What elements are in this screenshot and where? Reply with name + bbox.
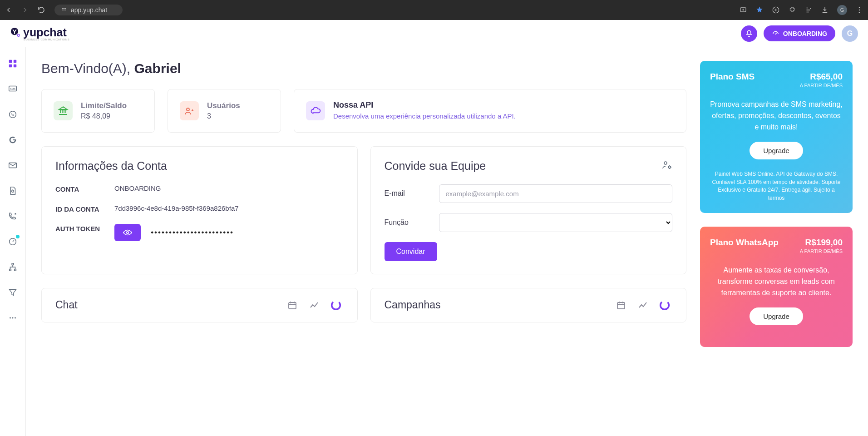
trend-button[interactable] xyxy=(635,297,651,313)
svg-rect-24 xyxy=(15,269,16,271)
invite-role-select[interactable] xyxy=(439,213,673,232)
svg-rect-3 xyxy=(64,10,66,10)
site-settings-icon[interactable] xyxy=(61,7,67,13)
trend-button[interactable] xyxy=(306,297,322,313)
svg-point-35 xyxy=(659,299,671,311)
metric-card-limit: Limite/Saldo R$ 48,09 xyxy=(41,89,155,133)
donut-button[interactable] xyxy=(328,297,344,313)
plan-sms-price: R$65,00 xyxy=(800,72,843,82)
plan-sms-price-sub: A PARTIR DE/MÊS xyxy=(800,83,843,88)
donut-icon xyxy=(658,299,671,312)
install-icon[interactable] xyxy=(739,6,747,14)
back-icon[interactable] xyxy=(5,6,13,14)
svg-rect-12 xyxy=(9,60,12,63)
plan-whatsapp-desc: Aumente as taxas de conversão, transform… xyxy=(710,265,843,298)
svg-point-8 xyxy=(859,12,860,13)
campanhas-card: Campanhas xyxy=(370,288,687,322)
svg-point-28 xyxy=(187,108,189,111)
svg-point-6 xyxy=(859,7,860,8)
new-tab-icon[interactable] xyxy=(772,6,780,14)
logo[interactable]: yupchat BUSINESS COMMUNICATIONS xyxy=(10,26,69,41)
svg-rect-19 xyxy=(9,163,17,168)
plan-sms-upgrade-button[interactable]: Upgrade xyxy=(750,142,803,159)
metric-users-value: 3 xyxy=(207,112,240,120)
logo-subtitle: BUSINESS COMMUNICATIONS xyxy=(24,38,69,41)
plan-whatsapp-card: Plano WhatsApp R$199,00 A PARTIR DE/MÊS … xyxy=(700,227,853,347)
svg-rect-1 xyxy=(62,10,64,10)
sidebar-item-documents[interactable] xyxy=(7,185,18,196)
sidebar-item-phone[interactable] xyxy=(7,211,18,222)
bookmark-star-icon[interactable] xyxy=(755,6,764,14)
svg-point-26 xyxy=(12,317,14,319)
sidebar-item-hierarchy[interactable] xyxy=(7,262,18,272)
sidebar-item-more[interactable] xyxy=(7,312,18,323)
svg-rect-23 xyxy=(10,269,11,271)
svg-point-11 xyxy=(775,34,776,35)
svg-rect-2 xyxy=(64,8,66,9)
eye-icon xyxy=(123,228,133,238)
calendar-icon xyxy=(287,300,298,311)
more-dots-icon xyxy=(8,313,18,323)
plan-whatsapp-upgrade-button[interactable]: Upgrade xyxy=(750,307,803,325)
sidebar-item-sms[interactable]: SMS xyxy=(7,84,18,94)
bell-icon xyxy=(745,30,753,38)
google-icon xyxy=(8,135,18,145)
app-header: yupchat BUSINESS COMMUNICATIONS ONBOARDI… xyxy=(0,20,868,47)
api-title: Nossa API xyxy=(333,100,516,110)
svg-point-18 xyxy=(10,111,16,118)
svg-point-33 xyxy=(330,299,341,311)
manage-team-icon[interactable] xyxy=(661,159,672,170)
url-bar[interactable]: app.yup.chat xyxy=(54,5,123,15)
sms-icon: SMS xyxy=(8,84,18,94)
plan-whatsapp-price: R$199,00 xyxy=(800,238,843,248)
menu-dots-icon[interactable] xyxy=(855,6,863,14)
svg-text:SMS: SMS xyxy=(10,88,15,90)
metric-card-api[interactable]: Nossa API Desenvolva uma experiência per… xyxy=(294,89,686,133)
sidebar-item-dashboard[interactable] xyxy=(7,58,18,69)
metric-limit-value: R$ 48,09 xyxy=(81,112,127,120)
plan-sms-desc: Promova campanhas de SMS marketing, ofer… xyxy=(710,99,843,133)
calendar-button[interactable] xyxy=(285,297,300,313)
gauge-small-icon xyxy=(8,237,18,247)
forward-icon[interactable] xyxy=(21,6,29,14)
invite-role-label: Função xyxy=(385,218,439,227)
sidebar-item-whatsapp[interactable] xyxy=(7,109,18,120)
calendar-icon xyxy=(616,300,626,311)
donut-button[interactable] xyxy=(657,297,672,313)
svg-rect-0 xyxy=(62,8,64,9)
onboarding-button[interactable]: ONBOARDING xyxy=(764,25,835,41)
sidebar-item-email[interactable] xyxy=(7,160,18,171)
trend-icon xyxy=(637,300,648,311)
metric-card-users: Usuários 3 xyxy=(168,89,281,133)
sidebar-item-filter[interactable] xyxy=(7,287,18,298)
downloads-icon[interactable] xyxy=(821,6,829,14)
invite-email-label: E-mail xyxy=(385,189,439,198)
svg-point-27 xyxy=(15,317,16,319)
cloud-icon xyxy=(306,101,325,120)
donut-icon xyxy=(330,299,342,312)
logo-icon xyxy=(10,27,21,38)
invite-title: Convide sua Equipe xyxy=(385,159,486,173)
plan-whatsapp-name: Plano WhatsApp xyxy=(710,238,779,248)
extensions-icon[interactable] xyxy=(788,6,796,14)
status-dot xyxy=(16,235,20,238)
svg-point-31 xyxy=(669,166,671,168)
svg-rect-13 xyxy=(14,60,16,63)
filter-icon xyxy=(8,287,18,297)
chat-card: Chat xyxy=(41,288,358,322)
reload-icon[interactable] xyxy=(37,6,45,14)
svg-point-10 xyxy=(17,34,20,36)
plan-sms-card: Plano SMS R$65,00 A PARTIR DE/MÊS Promov… xyxy=(700,61,853,213)
media-icon[interactable] xyxy=(804,6,813,14)
browser-profile-avatar[interactable]: G xyxy=(837,5,847,15)
token-masked: ••••••••••••••••••••••• xyxy=(151,228,234,237)
invite-submit-button[interactable]: Convidar xyxy=(385,242,437,261)
calendar-button[interactable] xyxy=(613,297,629,313)
reveal-token-button[interactable] xyxy=(114,224,141,241)
notifications-button[interactable] xyxy=(741,25,757,42)
sidebar-item-analytics[interactable] xyxy=(7,236,18,247)
sidebar-item-google[interactable] xyxy=(7,134,18,145)
user-avatar[interactable]: G xyxy=(842,25,858,42)
phone-icon xyxy=(8,211,18,221)
invite-email-input[interactable] xyxy=(439,184,673,203)
